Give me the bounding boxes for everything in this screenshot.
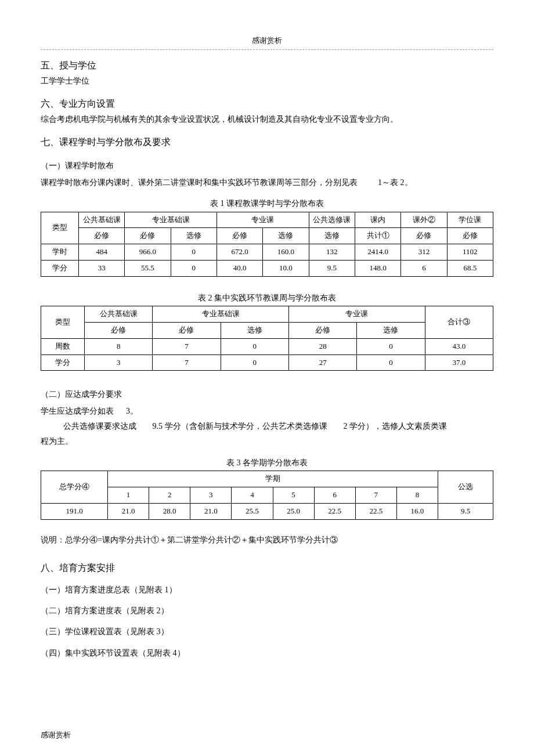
section-7-note: 说明：总学分④=课内学分共计①＋第二讲堂学分共计②＋集中实践环节学分共计③ <box>41 534 493 547</box>
table-cell: 学时 <box>41 244 79 261</box>
table-cell: 公共基础课 <box>79 212 125 228</box>
table-cell: 3 <box>190 487 232 504</box>
table-cell: 68.5 <box>447 260 493 276</box>
table-cell: 选修 <box>309 228 355 244</box>
list-item: （一）培育方案进度总表（见附表 1） <box>41 584 493 596</box>
table-cell: 27 <box>288 355 356 371</box>
table-3: 总学分④ 学期 公选 1 2 3 4 5 6 7 8 191.0 21.0 28… <box>41 471 493 519</box>
footer-note: 感谢赏析 <box>41 729 493 741</box>
table-cell: 2414.0 <box>355 244 400 261</box>
table-cell: 学分 <box>41 355 85 371</box>
table-cell: 合计③ <box>425 306 493 339</box>
table-cell: 16.0 <box>396 503 438 519</box>
table-cell: 学期 <box>108 471 438 487</box>
table-cell: 0 <box>221 355 288 371</box>
table-cell: 学位课 <box>447 212 493 228</box>
text-part: 公共选修课要求达成 <box>63 422 136 431</box>
table-cell: 专业课 <box>288 306 425 323</box>
section-7-2-line1: 学生应达成学分如表 3。 <box>41 405 493 418</box>
table-cell: 必修 <box>288 322 356 338</box>
table-cell: 选修 <box>263 228 309 244</box>
table-cell: 21.0 <box>108 503 149 519</box>
section-5-title: 五、授与学位 <box>41 58 493 73</box>
table-cell: 28 <box>288 338 356 355</box>
table-cell: 2 <box>149 487 190 504</box>
text-part: 9.5 <box>153 422 163 431</box>
table-cell: 1 <box>108 487 149 504</box>
header-note-top: 感谢赏析 <box>41 35 493 47</box>
section-7-1-line: 课程学时散布分课内课时、课外第二讲堂课时和集中实践环节教课周等三部分，分别见表 … <box>41 176 493 189</box>
table-cell: 3 <box>85 355 153 371</box>
table-cell: 选修 <box>171 228 217 244</box>
table-2-caption: 表 2 集中实践环节教课周与学分散布表 <box>41 292 493 305</box>
table-cell: 必修 <box>217 228 262 244</box>
divider-top <box>41 49 493 50</box>
table-cell: 专业基础课 <box>153 306 289 323</box>
table-cell: 0 <box>171 244 217 261</box>
text-part: 1～表 2。 <box>378 178 413 187</box>
text-part: 课程学时散布分课内课时、课外第二讲堂课时和集中实践环节教课周等三部分，分别见表 <box>41 178 358 187</box>
table-cell: 22.5 <box>314 503 355 519</box>
table-cell: 191.0 <box>41 503 108 519</box>
table-cell: 25.0 <box>273 503 314 519</box>
table-cell: 21.0 <box>190 503 232 519</box>
table-cell: 专业基础课 <box>125 212 217 228</box>
table-cell: 55.5 <box>125 260 171 276</box>
table-cell: 43.0 <box>425 338 493 355</box>
table-cell: 公共选修课 <box>309 212 355 228</box>
table-cell: 7 <box>355 487 396 504</box>
table-cell: 周数 <box>41 338 85 355</box>
table-cell: 必修 <box>401 228 447 244</box>
table-cell: 0 <box>357 355 425 371</box>
table-cell: 课外② <box>401 212 447 228</box>
table-cell: 484 <box>79 244 125 261</box>
table-cell: 总学分④ <box>41 471 108 504</box>
table-1: 类型 公共基础课 专业基础课 专业课 公共选修课 课内 课外② 学位课 必修 必… <box>41 212 493 277</box>
table-cell: 类型 <box>41 212 79 244</box>
text-part: 2 学分），选修人文素质类课 <box>344 422 448 431</box>
table-cell: 9.5 <box>309 260 355 276</box>
table-cell: 6 <box>401 260 447 276</box>
table-3-caption: 表 3 各学期学分散布表 <box>41 457 493 469</box>
section-7-2-line2: 公共选修课要求达成 9.5 学分（含创新与技术学分，公共艺术类选修课 2 学分）… <box>41 420 493 433</box>
table-cell: 312 <box>401 244 447 261</box>
section-8-title: 八、培育方案安排 <box>41 560 493 576</box>
table-cell: 0 <box>357 338 425 355</box>
table-cell: 10.0 <box>263 260 309 276</box>
table-2: 类型 公共基础课 专业基础课 专业课 合计③ 必修 必修 选修 必修 选修 周数… <box>41 306 493 371</box>
table-cell: 0 <box>221 338 288 355</box>
table-cell: 4 <box>232 487 273 504</box>
table-cell: 40.0 <box>217 260 262 276</box>
table-cell: 8 <box>396 487 438 504</box>
table-cell: 37.0 <box>425 355 493 371</box>
table-row: 周数 8 7 0 28 0 43.0 <box>41 338 493 355</box>
table-row: 191.0 21.0 28.0 21.0 25.5 25.0 22.5 22.5… <box>41 503 493 519</box>
table-cell: 必修 <box>447 228 493 244</box>
list-item: （三）学位课程设置表（见附表 3） <box>41 625 493 638</box>
section-6-title: 六、专业方向设置 <box>41 96 493 111</box>
table-row: 学分 33 55.5 0 40.0 10.0 9.5 148.0 6 68.5 <box>41 260 493 276</box>
table-cell: 学分 <box>41 260 79 276</box>
table-cell: 672.0 <box>217 244 262 261</box>
table-cell: 28.0 <box>149 503 190 519</box>
table-cell: 必修 <box>125 228 171 244</box>
table-cell: 8 <box>85 338 153 355</box>
table-cell: 33 <box>79 260 125 276</box>
table-cell: 0 <box>171 260 217 276</box>
table-cell: 966.0 <box>125 244 171 261</box>
table-cell: 必修 <box>85 322 153 338</box>
table-cell: 课内 <box>355 212 400 228</box>
section-7-1-heading: （一）课程学时散布 <box>41 160 493 172</box>
table-row: 学时 484 966.0 0 672.0 160.0 132 2414.0 31… <box>41 244 493 261</box>
table-row: 学分 3 7 0 27 0 37.0 <box>41 355 493 371</box>
section-7-2-line3: 程为主。 <box>41 435 493 448</box>
table-cell: 148.0 <box>355 260 400 276</box>
table-cell: 7 <box>153 355 221 371</box>
table-cell: 专业课 <box>217 212 309 228</box>
table-cell: 必修 <box>153 322 221 338</box>
table-cell: 选修 <box>357 322 425 338</box>
list-item: （四）集中实践环节设置表（见附表 4） <box>41 647 493 660</box>
table-cell: 类型 <box>41 306 85 339</box>
table-1-caption: 表 1 课程教课学时与学分散布表 <box>41 197 493 210</box>
table-cell: 7 <box>153 338 221 355</box>
